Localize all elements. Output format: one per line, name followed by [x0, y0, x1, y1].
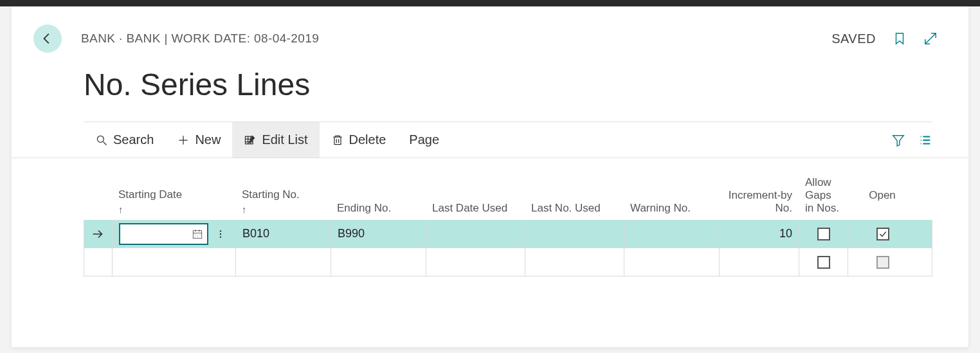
col-warning-no-label: Warning No. [630, 202, 712, 215]
plus-icon [177, 134, 190, 147]
more-vertical-icon [215, 229, 226, 239]
page-card: BANK · BANK | WORK DATE: 08-04-2019 SAVE… [12, 6, 968, 347]
cell-last-no-used[interactable] [525, 248, 624, 276]
cell-starting-date[interactable] [113, 220, 236, 248]
breadcrumb: BANK · BANK | WORK DATE: 08-04-2019 [81, 32, 319, 46]
row-indicator [84, 248, 113, 276]
cell-increment-by[interactable] [720, 248, 799, 276]
bookmark-button[interactable] [893, 32, 907, 46]
edit-list-icon [244, 134, 257, 147]
cell-ending-no[interactable]: B990 [331, 220, 426, 248]
sort-asc-icon: ↑ [118, 204, 229, 215]
grid-header: Starting Date ↑ Starting No. ↑ Ending No… [84, 171, 932, 220]
col-gaps-label: Allow Gaps in Nos. [805, 176, 841, 215]
col-selector [84, 171, 112, 220]
cell-allow-gaps[interactable] [799, 220, 848, 248]
cell-increment-by[interactable]: 10 [720, 220, 799, 248]
cell-open[interactable] [848, 220, 918, 248]
cell-open[interactable] [848, 248, 918, 276]
edit-list-button[interactable]: Edit List [232, 122, 319, 158]
checkbox-open[interactable] [876, 228, 889, 240]
sort-asc-icon: ↑ [242, 204, 324, 215]
row-actions-menu[interactable] [212, 229, 229, 239]
delete-button[interactable]: Delete [320, 122, 398, 158]
list-icon [918, 133, 932, 147]
starting-date-input[interactable] [119, 223, 208, 245]
cell-last-date-used[interactable] [426, 220, 525, 248]
saved-status: SAVED [826, 32, 876, 46]
col-starting-date[interactable]: Starting Date ↑ [112, 171, 235, 220]
bookmark-icon [893, 32, 907, 46]
checkbox-allow-gaps[interactable] [817, 256, 830, 269]
arrow-left-icon [41, 32, 55, 46]
expand-icon [923, 32, 938, 46]
saved-label: SAVED [831, 32, 876, 46]
search-icon [95, 134, 108, 147]
col-last-no-used[interactable]: Last No. Used [525, 171, 624, 220]
svg-point-5 [220, 236, 221, 237]
col-open[interactable]: Open [848, 171, 917, 220]
col-starting-no[interactable]: Starting No. ↑ [235, 171, 331, 220]
col-starting-date-label: Starting Date [118, 188, 229, 201]
edit-list-label: Edit List [262, 132, 307, 147]
check-icon [878, 230, 887, 239]
col-allow-gaps[interactable]: Allow Gaps in Nos. [799, 171, 848, 220]
col-open-label: Open [869, 189, 896, 202]
cell-warning-no[interactable] [624, 248, 720, 276]
page-title: No. Series Lines [84, 67, 968, 102]
list-view-button[interactable] [918, 133, 932, 147]
svg-rect-2 [193, 230, 202, 238]
checkbox-allow-gaps[interactable] [817, 228, 830, 240]
col-lnu-label: Last No. Used [531, 202, 617, 215]
cell-ending-no[interactable] [331, 248, 426, 276]
col-ldu-label: Last Date Used [432, 202, 518, 215]
toolbar: Search New Edit List Delete Page [12, 122, 968, 158]
cell-starting-date[interactable] [113, 248, 236, 276]
calendar-icon [192, 228, 203, 240]
search-button[interactable]: Search [84, 122, 165, 158]
col-increment-label: Increment-by No. [725, 189, 792, 215]
col-increment-by[interactable]: Increment-by No. [719, 171, 799, 220]
col-last-date-used[interactable]: Last Date Used [426, 171, 525, 220]
data-grid: Starting Date ↑ Starting No. ↑ Ending No… [84, 171, 932, 276]
cell-allow-gaps[interactable] [799, 248, 848, 276]
cell-starting-no[interactable]: B010 [236, 220, 331, 248]
arrow-right-icon [91, 227, 105, 241]
cell-starting-no[interactable] [236, 248, 331, 276]
search-label: Search [113, 132, 154, 147]
table-row[interactable]: B010 B990 10 [84, 220, 932, 248]
col-ending-no[interactable]: Ending No. [331, 171, 426, 220]
cell-warning-no[interactable] [624, 220, 720, 248]
svg-point-0 [97, 136, 104, 142]
page-label: Page [409, 132, 439, 147]
funnel-icon [891, 133, 905, 147]
filter-button[interactable] [891, 133, 905, 147]
trash-icon [331, 134, 344, 147]
expand-button[interactable] [923, 32, 938, 46]
cell-last-date-used[interactable] [426, 248, 525, 276]
svg-point-4 [220, 233, 221, 234]
col-warning-no[interactable]: Warning No. [624, 171, 719, 220]
cell-last-no-used[interactable] [525, 220, 624, 248]
back-button[interactable] [33, 24, 62, 53]
page-menu[interactable]: Page [397, 122, 451, 158]
new-button[interactable]: New [165, 122, 232, 158]
checkbox-open[interactable] [876, 256, 889, 269]
col-starting-no-label: Starting No. [242, 188, 324, 201]
delete-label: Delete [349, 132, 386, 147]
new-label: New [195, 132, 221, 147]
col-ending-no-label: Ending No. [337, 202, 419, 215]
page-header: BANK · BANK | WORK DATE: 08-04-2019 SAVE… [12, 24, 968, 53]
svg-point-3 [220, 230, 221, 231]
row-indicator [84, 220, 113, 248]
table-row[interactable] [84, 248, 932, 276]
